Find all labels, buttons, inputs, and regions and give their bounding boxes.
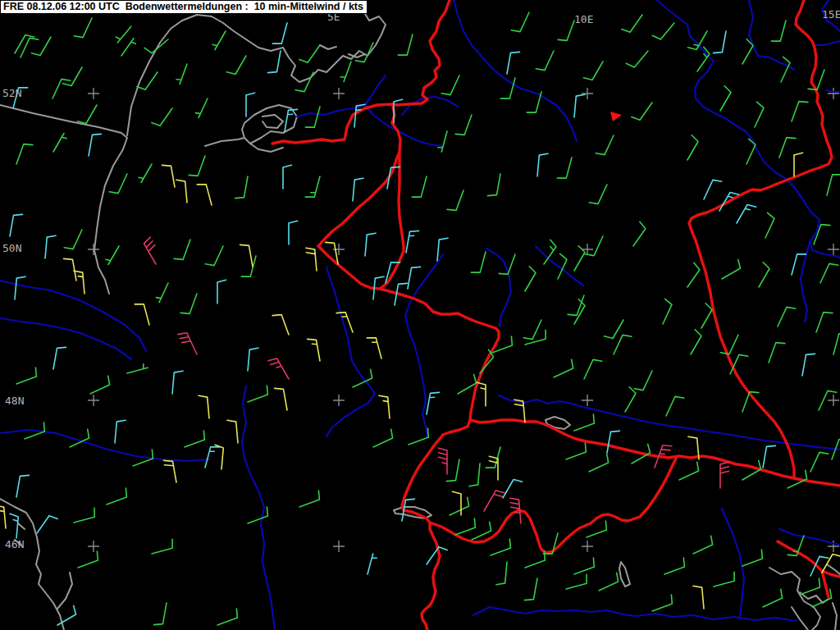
- wind-barb: [584, 359, 602, 379]
- wind-barb: [0, 505, 6, 528]
- graticule-cross: [333, 88, 345, 99]
- wind-barb: [215, 445, 223, 469]
- river-path: [473, 607, 796, 621]
- country-border-path: [822, 571, 829, 597]
- weather-map-viewport: 52N50N48N46N5E10E15E FRE 08.12.06 12:00 …: [0, 0, 840, 630]
- wind-barb: [367, 338, 381, 358]
- graticule-cross: [88, 395, 99, 406]
- wind-barb: [164, 460, 177, 482]
- country-border-path: [470, 420, 840, 486]
- wind-barb: [106, 246, 119, 265]
- coastline-path: [792, 607, 808, 630]
- wind-barb: [365, 233, 376, 256]
- wind-barb: [53, 134, 66, 153]
- wind-barb: [496, 562, 507, 585]
- wind-barb: [802, 354, 815, 376]
- wind-barb: [10, 214, 23, 236]
- wind-barb: [37, 516, 57, 533]
- wind-barb: [574, 299, 585, 324]
- wind-barb: [625, 387, 636, 412]
- river-path: [405, 254, 443, 436]
- coastline-path: [833, 603, 837, 630]
- wind-barb: [664, 558, 684, 574]
- river-path: [657, 0, 714, 61]
- wind-barb: [614, 335, 632, 354]
- wind-barb: [720, 86, 731, 111]
- river-path: [815, 41, 840, 45]
- wind-barb: [511, 12, 529, 32]
- river-path: [454, 0, 577, 141]
- wind-barb: [525, 551, 545, 568]
- wind-barb: [299, 45, 320, 62]
- wind-barb: [379, 395, 390, 418]
- wind-barb: [299, 491, 319, 507]
- lake-outline: [619, 562, 630, 587]
- wind-barb: [714, 31, 727, 53]
- wind-barb: [537, 153, 548, 176]
- wind-barb: [763, 589, 783, 607]
- wind-barb: [176, 64, 187, 84]
- wind-barb: [765, 212, 774, 238]
- wind-barb: [693, 586, 704, 609]
- coastline-path: [18, 523, 25, 529]
- country-border-path: [714, 312, 794, 478]
- wind-barb: [152, 539, 172, 554]
- wind-barb: [652, 595, 672, 611]
- wind-barb: [679, 462, 699, 480]
- river-path: [486, 249, 511, 326]
- wind-barb: [248, 348, 258, 371]
- wind-barb: [566, 574, 587, 589]
- wind-barb: [525, 267, 536, 291]
- wind-barb: [185, 431, 204, 447]
- wind-barb: [226, 56, 246, 75]
- graticule-cross: [333, 541, 345, 552]
- wind-barb: [74, 508, 94, 523]
- graticule-cross: [582, 88, 593, 99]
- wind-barb: [408, 267, 421, 289]
- wind-barb: [152, 108, 172, 126]
- wind-barb: [742, 550, 762, 566]
- wind-barb: [816, 313, 833, 332]
- wind-barb: [205, 447, 220, 468]
- wind-barb: [154, 603, 167, 625]
- wind-barb: [353, 178, 363, 201]
- wind-barb: [15, 35, 34, 54]
- longitude-label: 15E: [822, 8, 840, 21]
- graticule-cross: [582, 395, 593, 406]
- wind-barb: [763, 445, 776, 468]
- wind-barb: [663, 299, 672, 324]
- wind-barb: [135, 304, 149, 325]
- wind-barb: [503, 480, 523, 499]
- wind-barb: [604, 320, 623, 339]
- wind-barb: [722, 259, 741, 279]
- wind-barb: [437, 238, 448, 261]
- wind-barb: [589, 185, 607, 204]
- river-path: [695, 61, 794, 187]
- wind-barb: [626, 51, 648, 67]
- wind-barb: [441, 75, 459, 95]
- wind-barb: [144, 237, 157, 264]
- wind-barb: [16, 475, 30, 497]
- wind-barb: [701, 304, 712, 328]
- wind-barb: [523, 320, 541, 340]
- wind-barb: [31, 37, 51, 56]
- wind-barb: [427, 392, 440, 414]
- graticule-cross: [582, 541, 593, 552]
- wind-barb: [438, 448, 447, 474]
- graticule-cross: [88, 244, 99, 255]
- wind-barb: [172, 371, 183, 394]
- wind-barb: [16, 144, 33, 164]
- country-border-path: [318, 107, 400, 246]
- wind-barb: [64, 230, 82, 249]
- wind-barb: [622, 15, 642, 32]
- wind-barb: [792, 102, 808, 121]
- coastline-path: [250, 144, 283, 152]
- weather-map: 52N50N48N46N5E10E15E: [0, 0, 840, 630]
- wind-barb: [779, 138, 796, 158]
- wind-barb: [189, 156, 205, 176]
- river-path: [326, 267, 375, 436]
- wind-barb: [77, 105, 97, 124]
- wind-barb: [64, 258, 77, 281]
- wind-barb: [139, 164, 152, 183]
- wind-barb: [666, 396, 684, 416]
